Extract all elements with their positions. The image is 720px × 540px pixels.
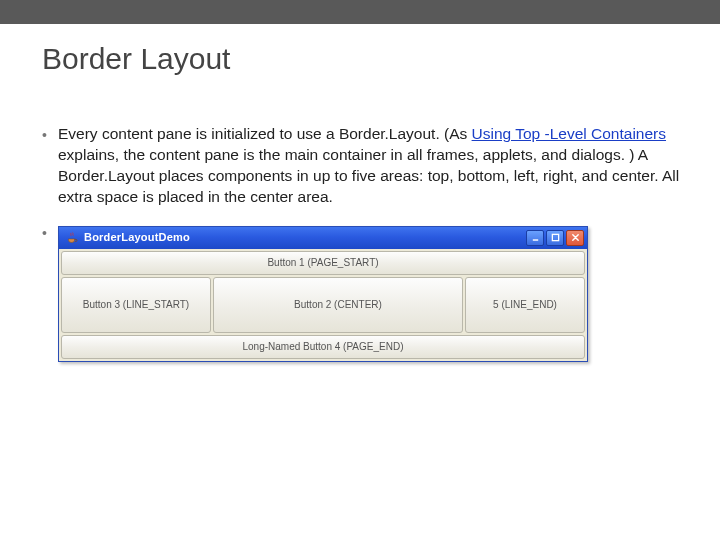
slide-content: • Every content pane is initialized to u… [42, 124, 684, 376]
demo-window: BorderLayoutDemo [58, 226, 588, 362]
top-level-containers-link[interactable]: Using Top -Level Containers [472, 125, 666, 142]
java-cup-icon [65, 231, 79, 245]
slide-title: Border Layout [42, 42, 230, 76]
minimize-icon [531, 233, 540, 242]
window-title: BorderLayoutDemo [84, 230, 526, 245]
window-controls [526, 230, 584, 246]
line-end-button[interactable]: 5 (LINE_END) [465, 277, 585, 333]
slide-top-bar [0, 0, 720, 24]
slide-body: Border Layout • Every content pane is in… [0, 24, 720, 540]
page-end-button[interactable]: Long-Named Button 4 (PAGE_END) [61, 335, 585, 359]
window-titlebar[interactable]: BorderLayoutDemo [59, 227, 587, 249]
bullet-text: Every content pane is initialized to use… [58, 124, 684, 208]
bullet-item-2: • BorderLayoutDemo [42, 222, 684, 362]
minimize-button[interactable] [526, 230, 544, 246]
demo-window-wrap: BorderLayoutDemo [58, 226, 588, 362]
close-button[interactable] [566, 230, 584, 246]
svg-rect-0 [532, 239, 537, 240]
line-start-button[interactable]: Button 3 (LINE_START) [61, 277, 211, 333]
center-button[interactable]: Button 2 (CENTER) [213, 277, 463, 333]
svg-rect-1 [552, 235, 558, 241]
maximize-icon [551, 233, 560, 242]
bullet-marker: • [42, 124, 58, 146]
paragraph-post: explains, the content pane is the main c… [58, 146, 679, 205]
border-layout-grid: Button 1 (PAGE_START) Button 3 (LINE_STA… [59, 249, 587, 361]
paragraph-pre: Every content pane is initialized to use… [58, 125, 472, 142]
close-icon [571, 233, 580, 242]
bullet-marker: • [42, 222, 58, 244]
maximize-button[interactable] [546, 230, 564, 246]
page-start-button[interactable]: Button 1 (PAGE_START) [61, 251, 585, 275]
bullet-item-1: • Every content pane is initialized to u… [42, 124, 684, 208]
